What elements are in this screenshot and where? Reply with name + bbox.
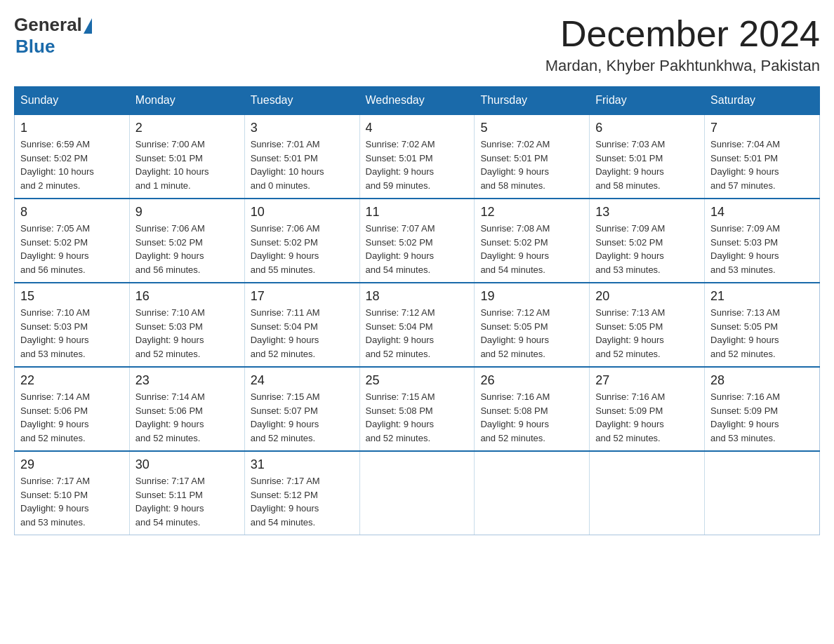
week-row-2: 8Sunrise: 7:05 AM Sunset: 5:02 PM Daylig… bbox=[15, 199, 820, 283]
day-number: 11 bbox=[366, 205, 469, 220]
calendar-cell: 10Sunrise: 7:06 AM Sunset: 5:02 PM Dayli… bbox=[244, 199, 359, 283]
calendar-cell: 16Sunrise: 7:10 AM Sunset: 5:03 PM Dayli… bbox=[129, 283, 244, 367]
calendar-header-row: SundayMondayTuesdayWednesdayThursdayFrid… bbox=[15, 87, 820, 115]
calendar-cell: 31Sunrise: 7:17 AM Sunset: 5:12 PM Dayli… bbox=[244, 451, 359, 535]
day-info: Sunrise: 7:16 AM Sunset: 5:09 PM Dayligh… bbox=[710, 391, 780, 443]
day-info: Sunrise: 7:14 AM Sunset: 5:06 PM Dayligh… bbox=[20, 391, 90, 443]
header-thursday: Thursday bbox=[475, 87, 590, 115]
day-number: 23 bbox=[135, 373, 239, 388]
day-info: Sunrise: 7:05 AM Sunset: 5:02 PM Dayligh… bbox=[20, 223, 90, 275]
day-info: Sunrise: 7:01 AM Sunset: 5:01 PM Dayligh… bbox=[251, 139, 324, 191]
week-row-5: 29Sunrise: 7:17 AM Sunset: 5:10 PM Dayli… bbox=[15, 451, 820, 535]
calendar-cell: 5Sunrise: 7:02 AM Sunset: 5:01 PM Daylig… bbox=[475, 114, 590, 199]
day-number: 14 bbox=[710, 205, 814, 220]
day-number: 22 bbox=[20, 373, 124, 388]
day-number: 29 bbox=[20, 457, 124, 472]
calendar-cell: 1Sunrise: 6:59 AM Sunset: 5:02 PM Daylig… bbox=[15, 114, 130, 199]
day-info: Sunrise: 7:15 AM Sunset: 5:07 PM Dayligh… bbox=[251, 391, 320, 443]
calendar-cell: 15Sunrise: 7:10 AM Sunset: 5:03 PM Dayli… bbox=[15, 283, 130, 367]
day-number: 30 bbox=[135, 457, 239, 472]
day-number: 17 bbox=[251, 289, 354, 304]
day-number: 21 bbox=[710, 289, 814, 304]
calendar-cell: 14Sunrise: 7:09 AM Sunset: 5:03 PM Dayli… bbox=[705, 199, 820, 283]
day-info: Sunrise: 7:09 AM Sunset: 5:03 PM Dayligh… bbox=[710, 223, 780, 275]
day-number: 20 bbox=[595, 289, 699, 304]
day-number: 9 bbox=[135, 205, 239, 220]
day-info: Sunrise: 7:12 AM Sunset: 5:04 PM Dayligh… bbox=[366, 307, 435, 359]
calendar-cell: 21Sunrise: 7:13 AM Sunset: 5:05 PM Dayli… bbox=[705, 283, 820, 367]
day-info: Sunrise: 7:07 AM Sunset: 5:02 PM Dayligh… bbox=[366, 223, 435, 275]
calendar-cell: 6Sunrise: 7:03 AM Sunset: 5:01 PM Daylig… bbox=[590, 114, 705, 199]
calendar-cell: 27Sunrise: 7:16 AM Sunset: 5:09 PM Dayli… bbox=[590, 367, 705, 451]
day-number: 31 bbox=[251, 457, 354, 472]
day-info: Sunrise: 7:16 AM Sunset: 5:09 PM Dayligh… bbox=[595, 391, 665, 443]
calendar-cell: 28Sunrise: 7:16 AM Sunset: 5:09 PM Dayli… bbox=[705, 367, 820, 451]
logo-blue-text: Blue bbox=[15, 36, 55, 58]
day-number: 1 bbox=[20, 121, 124, 135]
day-info: Sunrise: 6:59 AM Sunset: 5:02 PM Dayligh… bbox=[20, 139, 94, 191]
calendar-cell: 13Sunrise: 7:09 AM Sunset: 5:02 PM Dayli… bbox=[590, 199, 705, 283]
day-info: Sunrise: 7:12 AM Sunset: 5:05 PM Dayligh… bbox=[480, 307, 550, 359]
calendar-cell: 24Sunrise: 7:15 AM Sunset: 5:07 PM Dayli… bbox=[244, 367, 359, 451]
header-sunday: Sunday bbox=[15, 87, 130, 115]
day-info: Sunrise: 7:06 AM Sunset: 5:02 PM Dayligh… bbox=[135, 223, 205, 275]
day-number: 4 bbox=[366, 121, 469, 135]
calendar-cell: 8Sunrise: 7:05 AM Sunset: 5:02 PM Daylig… bbox=[15, 199, 130, 283]
day-number: 27 bbox=[595, 373, 699, 388]
logo: General Blue bbox=[14, 14, 92, 58]
calendar-cell: 22Sunrise: 7:14 AM Sunset: 5:06 PM Dayli… bbox=[15, 367, 130, 451]
calendar-cell: 3Sunrise: 7:01 AM Sunset: 5:01 PM Daylig… bbox=[244, 114, 359, 199]
day-info: Sunrise: 7:02 AM Sunset: 5:01 PM Dayligh… bbox=[366, 139, 435, 191]
day-info: Sunrise: 7:10 AM Sunset: 5:03 PM Dayligh… bbox=[20, 307, 90, 359]
calendar-cell: 9Sunrise: 7:06 AM Sunset: 5:02 PM Daylig… bbox=[129, 199, 244, 283]
day-info: Sunrise: 7:09 AM Sunset: 5:02 PM Dayligh… bbox=[595, 223, 665, 275]
day-number: 28 bbox=[710, 373, 814, 388]
calendar-cell: 19Sunrise: 7:12 AM Sunset: 5:05 PM Dayli… bbox=[475, 283, 590, 367]
day-info: Sunrise: 7:13 AM Sunset: 5:05 PM Dayligh… bbox=[595, 307, 665, 359]
month-title: December 2024 bbox=[545, 14, 820, 54]
day-info: Sunrise: 7:15 AM Sunset: 5:08 PM Dayligh… bbox=[366, 391, 435, 443]
calendar-cell: 11Sunrise: 7:07 AM Sunset: 5:02 PM Dayli… bbox=[359, 199, 475, 283]
day-number: 8 bbox=[20, 205, 124, 220]
header-tuesday: Tuesday bbox=[244, 87, 359, 115]
day-number: 3 bbox=[251, 121, 354, 135]
calendar-cell: 30Sunrise: 7:17 AM Sunset: 5:11 PM Dayli… bbox=[129, 451, 244, 535]
calendar-cell bbox=[590, 451, 705, 535]
day-info: Sunrise: 7:14 AM Sunset: 5:06 PM Dayligh… bbox=[135, 391, 205, 443]
header-friday: Friday bbox=[590, 87, 705, 115]
calendar-cell: 23Sunrise: 7:14 AM Sunset: 5:06 PM Dayli… bbox=[129, 367, 244, 451]
header-monday: Monday bbox=[129, 87, 244, 115]
calendar-cell: 26Sunrise: 7:16 AM Sunset: 5:08 PM Dayli… bbox=[475, 367, 590, 451]
calendar-cell bbox=[705, 451, 820, 535]
page-header: General Blue December 2024 Mardan, Khybe… bbox=[14, 14, 820, 75]
logo-general-text: General bbox=[14, 14, 82, 36]
day-number: 26 bbox=[480, 373, 583, 388]
calendar-cell: 29Sunrise: 7:17 AM Sunset: 5:10 PM Dayli… bbox=[15, 451, 130, 535]
title-block: December 2024 Mardan, Khyber Pakhtunkhwa… bbox=[545, 14, 820, 75]
logo-triangle-icon bbox=[84, 18, 92, 34]
day-info: Sunrise: 7:13 AM Sunset: 5:05 PM Dayligh… bbox=[710, 307, 780, 359]
day-number: 18 bbox=[366, 289, 469, 304]
day-number: 12 bbox=[480, 205, 583, 220]
day-number: 15 bbox=[20, 289, 124, 304]
day-info: Sunrise: 7:17 AM Sunset: 5:12 PM Dayligh… bbox=[251, 476, 320, 528]
header-wednesday: Wednesday bbox=[359, 87, 475, 115]
calendar-cell: 12Sunrise: 7:08 AM Sunset: 5:02 PM Dayli… bbox=[475, 199, 590, 283]
day-info: Sunrise: 7:06 AM Sunset: 5:02 PM Dayligh… bbox=[251, 223, 320, 275]
day-info: Sunrise: 7:11 AM Sunset: 5:04 PM Dayligh… bbox=[251, 307, 320, 359]
week-row-1: 1Sunrise: 6:59 AM Sunset: 5:02 PM Daylig… bbox=[15, 114, 820, 199]
day-number: 5 bbox=[480, 121, 583, 135]
day-number: 7 bbox=[710, 121, 814, 135]
calendar-cell bbox=[475, 451, 590, 535]
day-info: Sunrise: 7:08 AM Sunset: 5:02 PM Dayligh… bbox=[480, 223, 550, 275]
week-row-3: 15Sunrise: 7:10 AM Sunset: 5:03 PM Dayli… bbox=[15, 283, 820, 367]
day-info: Sunrise: 7:10 AM Sunset: 5:03 PM Dayligh… bbox=[135, 307, 205, 359]
day-info: Sunrise: 7:00 AM Sunset: 5:01 PM Dayligh… bbox=[135, 139, 209, 191]
day-info: Sunrise: 7:17 AM Sunset: 5:10 PM Dayligh… bbox=[20, 476, 90, 528]
day-number: 16 bbox=[135, 289, 239, 304]
location-title: Mardan, Khyber Pakhtunkhwa, Pakistan bbox=[545, 57, 820, 75]
calendar-cell: 20Sunrise: 7:13 AM Sunset: 5:05 PM Dayli… bbox=[590, 283, 705, 367]
calendar-cell: 18Sunrise: 7:12 AM Sunset: 5:04 PM Dayli… bbox=[359, 283, 475, 367]
calendar-cell: 17Sunrise: 7:11 AM Sunset: 5:04 PM Dayli… bbox=[244, 283, 359, 367]
day-number: 2 bbox=[135, 121, 239, 135]
